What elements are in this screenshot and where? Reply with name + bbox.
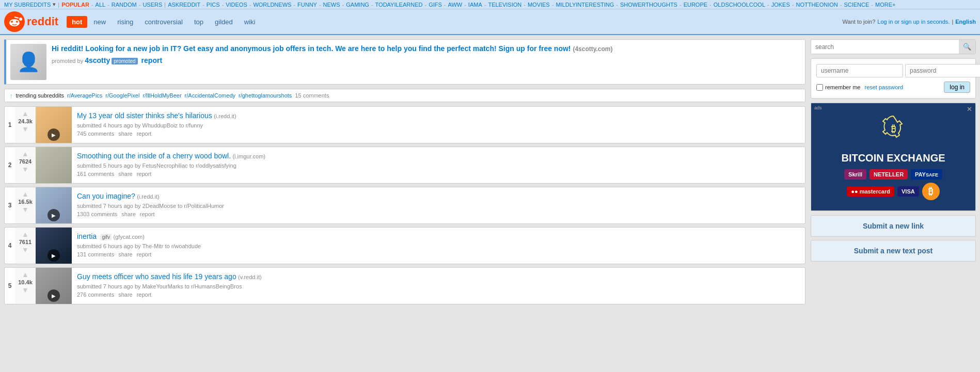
trending-comments-link[interactable]: 15 comments xyxy=(295,92,329,99)
post-subreddit[interactable]: r/funny xyxy=(185,122,203,128)
nav-jokes[interactable]: JOKES xyxy=(771,2,790,8)
post-author[interactable]: MakeYourMarks xyxy=(143,283,183,289)
post-thumbnail[interactable]: ▶ xyxy=(36,187,72,223)
search-input[interactable] xyxy=(811,40,959,54)
report-link[interactable]: report xyxy=(137,292,152,298)
tab-gilded[interactable]: gilded xyxy=(210,16,238,28)
post-title-link[interactable]: Smoothing out the inside of a cherry woo… xyxy=(77,152,231,160)
play-button[interactable]: ▶ xyxy=(48,249,60,262)
post-thumbnail[interactable] xyxy=(36,147,72,183)
nav-nottheonion[interactable]: NOTTHEONION xyxy=(796,2,837,8)
nav-popular[interactable]: POPULAR xyxy=(61,2,89,8)
promo-report-link[interactable]: report xyxy=(141,56,162,64)
nav-gifs[interactable]: GIFS xyxy=(429,2,442,8)
share-link[interactable]: share xyxy=(118,251,133,257)
post-subreddit[interactable]: r/woahdude xyxy=(171,243,201,249)
post-author[interactable]: The-Mitr xyxy=(142,243,163,249)
promo-title-link[interactable]: Hi reddit! Looking for a new job in IT? … xyxy=(52,44,613,53)
nav-more[interactable]: MORE+ xyxy=(875,2,895,8)
upvote-button[interactable]: ▲ xyxy=(22,271,29,278)
nav-askreddit[interactable]: ASKREDDIT xyxy=(168,2,200,8)
upvote-button[interactable]: ▲ xyxy=(22,190,29,198)
nav-gaming[interactable]: GAMING xyxy=(346,2,369,8)
nav-showerthoughts[interactable]: SHOWERTHOUGHTS xyxy=(620,2,677,8)
post-thumbnail[interactable]: ▶ xyxy=(36,107,72,143)
login-button[interactable]: log in xyxy=(944,82,970,93)
downvote-button[interactable]: ▼ xyxy=(22,125,29,133)
nav-science[interactable]: SCIENCE xyxy=(844,2,869,8)
trending-sub-4[interactable]: r/AccidentalComedy xyxy=(185,92,235,99)
nav-all[interactable]: ALL xyxy=(96,2,106,8)
comments-link[interactable]: 745 comments xyxy=(77,131,114,137)
upvote-button[interactable]: ▲ xyxy=(22,110,29,117)
trending-sub-1[interactable]: r/AveragePics xyxy=(67,92,102,99)
downvote-button[interactable]: ▼ xyxy=(22,206,29,213)
upvote-button[interactable]: ▲ xyxy=(22,231,29,238)
report-link[interactable]: report xyxy=(137,251,152,257)
report-link[interactable]: report xyxy=(140,211,155,217)
post-title-link[interactable]: Guy meets officer who saved his life 19 … xyxy=(77,272,236,281)
nav-users[interactable]: USERS xyxy=(143,2,162,8)
tab-new[interactable]: new xyxy=(88,16,111,28)
nav-funny[interactable]: FUNNY xyxy=(297,2,317,8)
my-subreddits-link[interactable]: MY SUBREDDITS xyxy=(4,2,51,8)
nav-iama[interactable]: IAMA xyxy=(468,2,482,8)
ad-close-button[interactable]: ✕ xyxy=(967,105,972,113)
report-link[interactable]: report xyxy=(137,171,152,177)
share-link[interactable]: share xyxy=(118,131,133,137)
nav-movies[interactable]: MOVIES xyxy=(528,2,550,8)
comments-link[interactable]: 131 comments xyxy=(77,251,114,257)
post-author[interactable]: 2DeadMoose xyxy=(143,203,176,209)
site-logo[interactable]: reddit xyxy=(4,11,58,32)
report-link[interactable]: report xyxy=(137,131,152,137)
comments-link[interactable]: 161 comments xyxy=(77,171,114,177)
nav-todayilearned[interactable]: TODAYILEARNED xyxy=(375,2,423,8)
nav-dropdown-icon[interactable]: ▾ xyxy=(53,1,56,8)
downvote-button[interactable]: ▼ xyxy=(22,166,29,173)
nav-television[interactable]: TELEVISION xyxy=(488,2,521,8)
search-button[interactable]: 🔍 xyxy=(959,40,975,54)
play-button[interactable]: ▶ xyxy=(48,128,60,141)
nav-europe[interactable]: EUROPE xyxy=(684,2,707,8)
post-title-link[interactable]: inertia xyxy=(77,232,97,240)
tab-wiki[interactable]: wiki xyxy=(239,16,261,28)
password-field[interactable] xyxy=(905,64,980,77)
tab-controversial[interactable]: controversial xyxy=(139,16,188,28)
post-author[interactable]: FetusNecrophiliac xyxy=(143,163,188,169)
post-thumbnail[interactable]: ▶ xyxy=(36,228,72,264)
post-author[interactable]: WhuddupBoiz xyxy=(143,122,178,128)
post-subreddit[interactable]: r/PoliticalHumor xyxy=(184,203,224,209)
trending-sub-3[interactable]: r/IllHoldMyBeer xyxy=(143,92,181,99)
comments-link[interactable]: 276 comments xyxy=(77,292,114,298)
post-subreddit[interactable]: r/HumansBeingBros xyxy=(191,283,242,289)
comments-link[interactable]: 1303 comments xyxy=(77,211,117,217)
nav-pics[interactable]: PICS xyxy=(207,2,220,8)
tab-hot[interactable]: hot xyxy=(67,16,87,28)
login-signup-link[interactable]: Log in or sign up in seconds. xyxy=(877,19,950,25)
nav-worldnews[interactable]: WORLDNEWS xyxy=(253,2,291,8)
post-title-link[interactable]: Can you imagine? xyxy=(77,192,135,200)
trending-sub-2[interactable]: r/GooglePixel xyxy=(105,92,139,99)
share-link[interactable]: share xyxy=(118,171,133,177)
remember-me-label[interactable]: remember me xyxy=(816,84,860,91)
share-link[interactable]: share xyxy=(121,211,136,217)
promo-author[interactable]: 4scotty xyxy=(85,56,110,64)
nav-random[interactable]: RANDOM xyxy=(112,2,137,8)
username-field[interactable] xyxy=(816,64,903,77)
language-selector[interactable]: English xyxy=(955,19,976,25)
downvote-button[interactable]: ▼ xyxy=(22,246,29,253)
play-button[interactable]: ▶ xyxy=(48,289,60,302)
nav-news[interactable]: NEWS xyxy=(323,2,340,8)
nav-mildlyinteresting[interactable]: MILDLYINTERESTING xyxy=(556,2,614,8)
upvote-button[interactable]: ▲ xyxy=(22,150,29,157)
play-button[interactable]: ▶ xyxy=(48,209,60,221)
downvote-button[interactable]: ▼ xyxy=(22,286,29,294)
tab-rising[interactable]: rising xyxy=(112,16,138,28)
tab-top[interactable]: top xyxy=(189,16,209,28)
submit-link-button[interactable]: Submit a new link xyxy=(811,215,976,237)
share-link[interactable]: share xyxy=(118,292,133,298)
post-title-link[interactable]: My 13 year old sister thinks she's hilar… xyxy=(77,111,212,120)
reset-password-link[interactable]: reset password xyxy=(864,84,903,90)
remember-me-checkbox[interactable] xyxy=(816,84,823,91)
nav-aww[interactable]: AWW xyxy=(448,2,462,8)
